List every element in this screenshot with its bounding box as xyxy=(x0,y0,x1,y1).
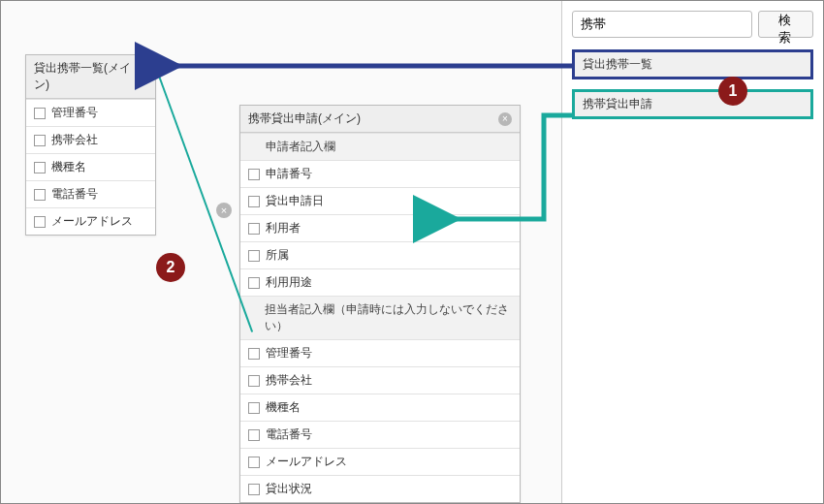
search-row: 検 索 xyxy=(572,11,813,38)
badge-one: 1 xyxy=(718,77,747,106)
field-label: 所属 xyxy=(266,247,289,264)
checkbox-icon[interactable] xyxy=(248,196,260,207)
field-row[interactable]: 携帯会社 xyxy=(240,366,520,394)
close-icon[interactable]: × xyxy=(498,112,512,126)
field-row[interactable]: メールアドレス xyxy=(240,448,520,475)
close-icon[interactable]: × xyxy=(135,70,147,83)
field-label: 携帯会社 xyxy=(51,132,98,148)
checkbox-icon[interactable] xyxy=(248,375,260,387)
checkbox-icon[interactable] xyxy=(248,250,260,262)
section-label: 担当者記入欄（申請時には入力しないでください） xyxy=(265,301,512,334)
checkbox-icon[interactable] xyxy=(34,162,46,173)
field-row[interactable]: 電話番号 xyxy=(26,180,155,207)
field-label: 貸出申請日 xyxy=(266,193,324,209)
field-label: メールアドレス xyxy=(51,213,133,230)
field-label: 申請番号 xyxy=(266,166,312,182)
link-delete-icon[interactable]: × xyxy=(216,203,232,218)
field-row[interactable]: 管理番号 xyxy=(240,339,520,366)
field-label: 利用者 xyxy=(266,220,301,236)
field-label: メールアドレス xyxy=(266,454,347,470)
panel-title: 貸出携帯一覧(メイン) xyxy=(34,60,135,93)
field-label: 機種名 xyxy=(266,399,301,416)
field-row[interactable]: 電話番号 xyxy=(240,421,520,448)
field-row[interactable]: 貸出申請日 xyxy=(240,187,520,214)
search-result-lending-list[interactable]: 貸出携帯一覧 xyxy=(572,49,813,79)
checkbox-icon[interactable] xyxy=(248,348,260,360)
badge-label: 1 xyxy=(729,82,738,100)
badge-two: 2 xyxy=(156,253,185,282)
field-label: 管理番号 xyxy=(266,345,312,362)
checkbox-icon[interactable] xyxy=(248,457,260,468)
search-input[interactable] xyxy=(572,11,752,38)
canvas-area: 貸出携帯一覧(メイン) × 管理番号 携帯会社 機種名 電話番号 メールアドレス… xyxy=(1,1,563,504)
checkbox-icon[interactable] xyxy=(248,402,260,414)
panel-lending-list[interactable]: 貸出携帯一覧(メイン) × 管理番号 携帯会社 機種名 電話番号 メールアドレス xyxy=(25,54,156,236)
field-row[interactable]: 利用者 xyxy=(240,214,520,241)
field-row[interactable]: 利用用途 xyxy=(240,268,520,296)
field-row[interactable]: 所属 xyxy=(240,241,520,268)
section-label: 申請者記入欄 xyxy=(266,139,335,155)
field-row[interactable]: 管理番号 xyxy=(26,99,155,126)
field-label: 電話番号 xyxy=(266,426,312,443)
field-label: 機種名 xyxy=(51,159,86,175)
checkbox-icon[interactable] xyxy=(248,429,260,441)
section-header: 担当者記入欄（申請時には入力しないでください） xyxy=(240,296,520,339)
checkbox-icon[interactable] xyxy=(34,216,46,228)
field-label: 管理番号 xyxy=(51,105,98,121)
field-row[interactable]: 携帯会社 xyxy=(26,126,155,153)
checkbox-icon[interactable] xyxy=(34,189,46,201)
checkbox-icon[interactable] xyxy=(248,223,260,235)
field-row[interactable]: メールアドレス xyxy=(26,207,155,235)
field-label: 貸出状況 xyxy=(266,481,312,497)
field-label: 利用用途 xyxy=(266,274,312,291)
search-result-lending-request[interactable]: 携帯貸出申請 xyxy=(572,89,813,119)
field-row[interactable]: 貸出状況 xyxy=(240,475,520,502)
badge-label: 2 xyxy=(167,259,175,276)
panel-header[interactable]: 貸出携帯一覧(メイン) × xyxy=(26,55,155,99)
field-label: 携帯会社 xyxy=(266,372,312,389)
checkbox-icon[interactable] xyxy=(248,277,260,289)
panel-title: 携帯貸出申請(メイン) xyxy=(248,110,361,127)
checkbox-icon[interactable] xyxy=(248,169,260,180)
sidebar: 検 索 貸出携帯一覧 携帯貸出申請 xyxy=(561,1,823,504)
checkbox-icon[interactable] xyxy=(34,135,46,146)
section-header: 申請者記入欄 xyxy=(240,133,520,160)
field-row[interactable]: 機種名 xyxy=(26,153,155,180)
checkbox-icon[interactable] xyxy=(34,108,46,119)
search-button[interactable]: 検 索 xyxy=(758,11,813,38)
field-row[interactable]: 申請番号 xyxy=(240,160,520,187)
relation-line xyxy=(155,68,253,332)
field-row[interactable]: 機種名 xyxy=(240,394,520,421)
checkbox-icon[interactable] xyxy=(248,484,260,495)
panel-lending-request[interactable]: 携帯貸出申請(メイン) × 申請者記入欄 申請番号 貸出申請日 利用者 所属 利… xyxy=(239,105,521,503)
panel-header[interactable]: 携帯貸出申請(メイン) × xyxy=(240,106,520,133)
result-label: 携帯貸出申請 xyxy=(583,97,652,110)
field-label: 電話番号 xyxy=(51,186,98,203)
result-label: 貸出携帯一覧 xyxy=(583,57,652,71)
